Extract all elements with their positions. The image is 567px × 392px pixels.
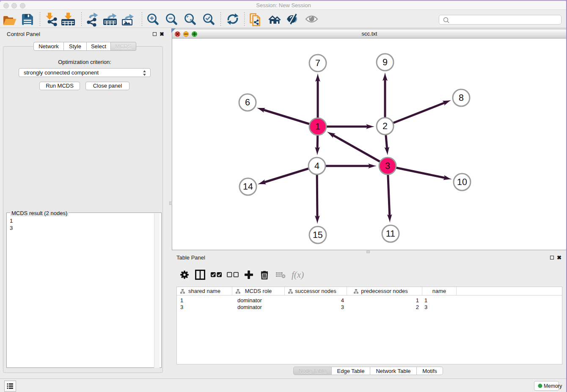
svg-text:6: 6: [245, 97, 250, 108]
svg-text:10: 10: [457, 177, 467, 187]
svg-text:1: 1: [315, 121, 320, 132]
svg-text:f(x): f(x): [292, 270, 304, 280]
svg-text:15: 15: [313, 230, 323, 240]
svg-text:7: 7: [315, 58, 320, 68]
svg-text:2: 2: [383, 121, 388, 131]
svg-text:8: 8: [459, 93, 464, 103]
svg-text:9: 9: [383, 57, 388, 67]
svg-text:4: 4: [314, 161, 319, 171]
svg-text:3: 3: [385, 161, 390, 171]
svg-text:14: 14: [243, 182, 253, 192]
svg-text:11: 11: [386, 229, 395, 239]
